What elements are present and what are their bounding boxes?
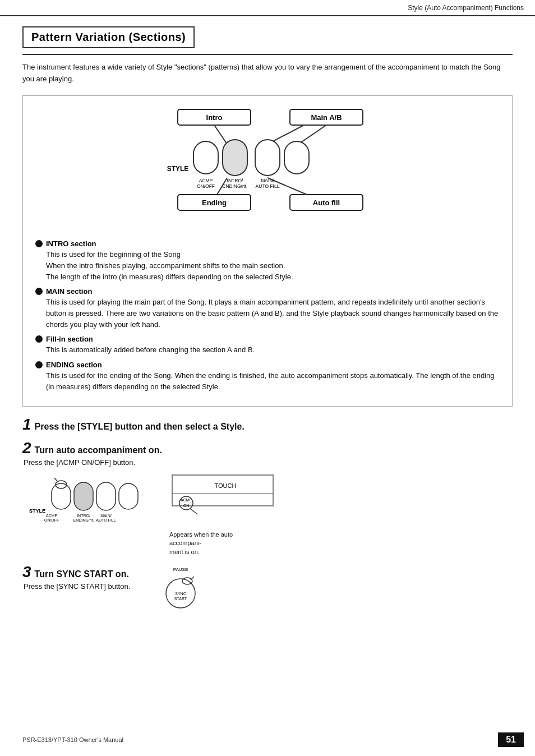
svg-line-30 bbox=[54, 478, 58, 482]
svg-rect-11 bbox=[284, 141, 309, 174]
svg-text:ON: ON bbox=[183, 504, 190, 508]
bullet-dot-ending bbox=[35, 361, 43, 368]
page-header: Style (Auto Accompaniment) Functions bbox=[0, 0, 535, 16]
step-2-number: 2 bbox=[22, 440, 31, 456]
bullet-label-ending: ENDING section bbox=[46, 361, 102, 369]
step-2-header: 2 Turn auto accompaniment on. bbox=[22, 440, 513, 456]
diagram-svg-area: Intro Main A/B STYLE bbox=[32, 105, 503, 234]
bullet-text-intro: This is used for the beginning of the So… bbox=[35, 249, 500, 283]
svg-rect-26 bbox=[74, 482, 93, 510]
step-3-title: Turn SYNC START on. bbox=[35, 569, 129, 579]
bullet-title-main: MAIN section bbox=[35, 287, 500, 296]
svg-text:MAIN/: MAIN/ bbox=[100, 514, 112, 518]
step-1: 1 Press the [STYLE] button and then sele… bbox=[22, 417, 513, 432]
bullet-text-ending: This is used for the ending of the Song.… bbox=[35, 370, 500, 393]
svg-line-4 bbox=[214, 125, 227, 144]
bullet-label-intro: INTRO section bbox=[46, 239, 96, 248]
step-1-header: 1 Press the [STYLE] button and then sele… bbox=[22, 417, 513, 432]
page: Style (Auto Accompaniment) Functions Pat… bbox=[0, 0, 535, 756]
title-separator bbox=[22, 54, 513, 55]
intro-paragraph: The instrument features a wide variety o… bbox=[22, 62, 513, 85]
svg-rect-10 bbox=[255, 140, 280, 176]
svg-text:INTRO/: INTRO/ bbox=[77, 514, 90, 518]
svg-text:Auto fill: Auto fill bbox=[313, 199, 340, 207]
footer-model: PSR-E313/YPT-310 Owner's Manual bbox=[22, 736, 123, 743]
svg-text:Intro: Intro bbox=[206, 113, 223, 122]
svg-text:MAIN/: MAIN/ bbox=[261, 178, 274, 183]
step-2-illustrations: STYLE ACMP ON/OFF INTRO/ ENDING/rit. bbox=[24, 472, 513, 556]
section-title-box: Pattern Variation (Sections) bbox=[22, 26, 195, 48]
step-2-caption: Appears when the auto accompani-ment is … bbox=[169, 531, 259, 556]
bullet-title-fillin: Fill-in section bbox=[35, 335, 500, 343]
step-2-desc: Press the [ACMP ON/OFF] button. bbox=[22, 458, 513, 467]
step-2-display: TOUCH ACMP ON Appears when the auto acco… bbox=[169, 472, 282, 556]
step-3: 3 Turn SYNC START on. Press the [SYNC ST… bbox=[22, 564, 513, 616]
svg-text:Ending: Ending bbox=[202, 199, 227, 207]
svg-text:ACMP: ACMP bbox=[46, 514, 58, 518]
bullet-dot-main bbox=[35, 288, 43, 295]
step-2-title: Turn auto accompaniment on. bbox=[35, 445, 162, 455]
svg-text:PAUSE: PAUSE bbox=[173, 567, 188, 572]
diagram-box: Intro Main A/B STYLE bbox=[22, 95, 513, 407]
step-3-text: 3 Turn SYNC START on. Press the [SYNC ST… bbox=[22, 564, 130, 596]
svg-rect-8 bbox=[193, 141, 218, 174]
step-3-desc: Press the [SYNC START] button. bbox=[22, 582, 130, 591]
svg-text:ENDING/rit.: ENDING/rit. bbox=[223, 183, 248, 189]
svg-text:INTRO/: INTRO/ bbox=[227, 178, 243, 183]
svg-rect-28 bbox=[119, 483, 138, 509]
svg-text:ON/OFF: ON/OFF bbox=[197, 183, 215, 189]
bullet-main: MAIN section This is used for playing th… bbox=[32, 287, 503, 330]
bullet-title-intro: INTRO section bbox=[35, 239, 500, 248]
svg-text:STYLE: STYLE bbox=[29, 508, 45, 514]
step-3-header: 3 Turn SYNC START on. bbox=[22, 564, 130, 580]
step-3-number: 3 bbox=[22, 564, 31, 580]
bullet-ending: ENDING section This is used for the endi… bbox=[32, 361, 503, 393]
page-footer: PSR-E313/YPT-310 Owner's Manual 51 bbox=[0, 732, 535, 747]
svg-text:ACMP: ACMP bbox=[199, 178, 213, 183]
svg-text:ACMP: ACMP bbox=[181, 498, 192, 502]
svg-rect-25 bbox=[52, 483, 71, 509]
svg-rect-27 bbox=[96, 482, 116, 510]
svg-line-43 bbox=[190, 509, 197, 514]
main-content: Pattern Variation (Sections) The instrum… bbox=[0, 16, 535, 635]
svg-line-6 bbox=[298, 125, 326, 144]
svg-text:Main A/B: Main A/B bbox=[311, 113, 342, 122]
svg-text:SYNC: SYNC bbox=[176, 592, 186, 596]
step-1-number: 1 bbox=[22, 417, 31, 432]
svg-text:START: START bbox=[174, 597, 187, 601]
bullet-dot-fillin bbox=[35, 335, 43, 343]
bullet-label-fillin: Fill-in section bbox=[46, 335, 93, 343]
bullet-label-main: MAIN section bbox=[46, 287, 92, 296]
bullet-intro: INTRO section This is used for the begin… bbox=[32, 239, 503, 283]
svg-text:ON/OFF: ON/OFF bbox=[44, 518, 59, 522]
step-2-keyboard-svg: STYLE ACMP ON/OFF INTRO/ ENDING/rit. bbox=[24, 472, 147, 524]
svg-text:ENDING/rit.: ENDING/rit. bbox=[73, 518, 94, 522]
bullet-fillin: Fill-in section This is automatically ad… bbox=[32, 335, 503, 356]
header-title: Style (Auto Accompaniment) Functions bbox=[408, 4, 524, 12]
svg-text:AUTO FILL: AUTO FILL bbox=[96, 518, 116, 522]
step-1-title: Press the [STYLE] button and then select… bbox=[35, 422, 245, 432]
svg-text:AUTO FILL: AUTO FILL bbox=[256, 183, 280, 189]
footer-page-number: 51 bbox=[498, 732, 524, 747]
svg-text:TOUCH: TOUCH bbox=[215, 482, 237, 489]
svg-rect-9 bbox=[223, 140, 247, 176]
bullet-text-fillin: This is automatically added before chang… bbox=[35, 344, 500, 356]
step-2: 2 Turn auto accompaniment on. Press the … bbox=[22, 440, 513, 556]
bullet-text-main: This is used for playing the main part o… bbox=[35, 297, 500, 330]
step-3-svg: PAUSE SYNC START bbox=[153, 564, 209, 616]
bullet-dot-intro bbox=[35, 240, 43, 247]
svg-line-47 bbox=[191, 577, 194, 580]
section-title: Pattern Variation (Sections) bbox=[31, 31, 186, 44]
svg-text:STYLE: STYLE bbox=[167, 165, 189, 173]
diagram-svg: Intro Main A/B STYLE bbox=[105, 105, 430, 234]
bullet-title-ending: ENDING section bbox=[35, 361, 500, 369]
